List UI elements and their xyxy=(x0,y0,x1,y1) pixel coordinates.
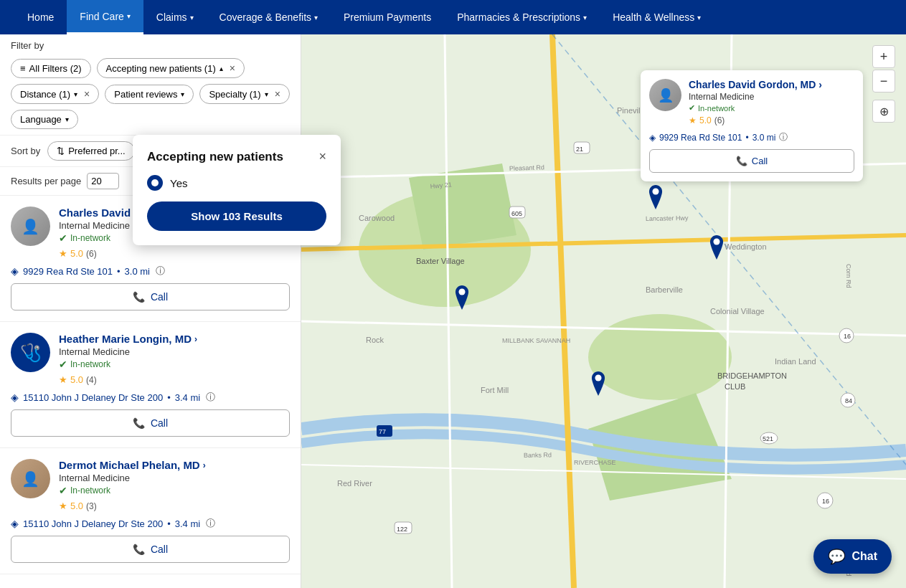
doctor-card-1: 🩺 Heather Marie Longin, MD › Internal Me… xyxy=(0,322,301,448)
svg-text:Corn Rd: Corn Rd xyxy=(845,264,852,288)
star-icon-2: ★ xyxy=(59,501,67,511)
map-popup-network: ✔ In-network xyxy=(689,103,822,113)
filter-accepting[interactable]: Accepting new patients (1) ▴ × xyxy=(97,58,245,78)
info-icon-2[interactable]: ⓘ xyxy=(206,517,215,530)
doctor-header-2: 👤 Dermot Michael Phelan, MD › Internal M… xyxy=(11,459,290,511)
distance-close[interactable]: × xyxy=(84,88,90,100)
svg-text:MILLBANK SAVANNAH: MILLBANK SAVANNAH xyxy=(502,337,570,344)
doctor-network-1: ✔ In-network xyxy=(59,359,290,370)
doctor-rating-2: ★ 5.0 (3) xyxy=(59,501,290,511)
svg-text:Weddington: Weddington xyxy=(725,242,767,251)
nav-claims-label: Claims xyxy=(156,11,187,23)
address-dot-1: • xyxy=(167,392,171,403)
filter-bar: Filter by ≡ All Filters (2) Accepting ne… xyxy=(0,34,301,136)
filter-language[interactable]: Language ▾ xyxy=(11,110,78,129)
filter-specialty[interactable]: Specialty (1) ▾ × xyxy=(199,84,289,104)
map-popup-distance: 3.0 mi xyxy=(752,133,776,143)
modal-close-button[interactable]: × xyxy=(318,149,326,164)
map-popup-call-button[interactable]: 📞 Call xyxy=(649,149,854,173)
map-popup-doctor-name[interactable]: Charles David Gordon, MD › xyxy=(689,79,822,90)
doctor-specialty-1: Internal Medicine xyxy=(59,346,290,357)
phone-icon-0: 📞 xyxy=(133,291,145,303)
radio-yes[interactable] xyxy=(147,175,163,191)
sort-icon: ⇅ xyxy=(57,146,65,156)
language-label: Language xyxy=(20,114,62,125)
nav-claims[interactable]: Claims ▾ xyxy=(143,0,207,34)
map-popup: 👤 Charles David Gordon, MD › Internal Me… xyxy=(641,70,863,181)
doctor-address-1: ◈ 15110 John J Delaney Dr Ste 200 • 3.4 … xyxy=(11,391,290,404)
diamond-icon-0: ◈ xyxy=(11,265,19,277)
svg-text:Red River: Red River xyxy=(337,479,372,488)
sort-button[interactable]: ⇅ Preferred pr... xyxy=(47,141,134,161)
locate-button[interactable]: ⊕ xyxy=(872,100,895,123)
radio-inner-yes xyxy=(151,179,159,186)
filter-all-filters[interactable]: ≡ All Filters (2) xyxy=(11,59,91,78)
nav-find-care[interactable]: Find Care ▾ xyxy=(67,0,143,34)
network-check-1: ✔ xyxy=(59,359,67,370)
nav-home[interactable]: Home xyxy=(14,0,67,34)
svg-text:Carowood: Carowood xyxy=(359,214,395,222)
map-popup-phone-icon: 📞 xyxy=(736,156,747,166)
doctor-card-2: 👤 Dermot Michael Phelan, MD › Internal M… xyxy=(0,448,301,574)
svg-text:Barberville: Barberville xyxy=(646,285,683,294)
doctor-name-arrow-1: › xyxy=(194,334,197,344)
nav-premium[interactable]: Premium Payments xyxy=(331,0,444,34)
map-pin-4[interactable] xyxy=(588,371,608,396)
zoom-in-button[interactable]: + xyxy=(872,45,895,68)
svg-text:Lancaster Hwy: Lancaster Hwy xyxy=(646,214,689,222)
map-popup-header: 👤 Charles David Gordon, MD › Internal Me… xyxy=(649,79,854,125)
address-text-0: 9929 Rea Rd Ste 101 xyxy=(23,266,113,277)
nav-premium-label: Premium Payments xyxy=(344,11,431,23)
modal-title: Accepting new patients xyxy=(147,150,283,164)
modal-yes-label: Yes xyxy=(170,177,187,189)
all-filters-label: All Filters (2) xyxy=(29,63,82,74)
doctor-name-1[interactable]: Heather Marie Longin, MD › xyxy=(59,333,290,345)
doctor-name-text-2: Dermot Michael Phelan, MD xyxy=(59,459,200,471)
svg-text:122: 122 xyxy=(397,526,407,533)
distance-text-2: 3.4 mi xyxy=(175,518,200,529)
nav-pharmacies[interactable]: Pharmacies & Prescriptions ▾ xyxy=(444,0,600,34)
results-per-page-input[interactable] xyxy=(87,173,119,189)
network-label-0: In-network xyxy=(70,233,110,243)
doctor-photo-2: 👤 xyxy=(11,459,50,498)
stethoscope-icon-1: 🩺 xyxy=(20,343,42,363)
filter-reviews[interactable]: Patient reviews ▾ xyxy=(105,85,194,104)
svg-text:16: 16 xyxy=(844,333,851,340)
doctor-info-2: Dermot Michael Phelan, MD › Internal Med… xyxy=(59,459,290,511)
accepting-chevron: ▴ xyxy=(220,65,223,72)
svg-text:Colonial Village: Colonial Village xyxy=(710,307,765,316)
call-button-2[interactable]: 📞 Call xyxy=(11,536,290,563)
nav-coverage-label: Coverage & Benefits xyxy=(220,11,311,23)
doctor-specialty-2: Internal Medicine xyxy=(59,473,290,483)
specialty-close[interactable]: × xyxy=(275,88,280,100)
nav-coverage-chevron: ▾ xyxy=(314,14,318,22)
nav-coverage[interactable]: Coverage & Benefits ▾ xyxy=(207,0,331,34)
nav-pharmacies-label: Pharmacies & Prescriptions xyxy=(457,11,580,23)
svg-text:Pleasant Rd: Pleasant Rd xyxy=(509,163,544,172)
map-pin-2[interactable] xyxy=(707,235,727,260)
map-popup-info-icon[interactable]: ⓘ xyxy=(779,131,788,143)
info-icon-1[interactable]: ⓘ xyxy=(206,391,215,404)
filter-distance[interactable]: Distance (1) ▾ × xyxy=(11,84,99,104)
map-pin-3[interactable] xyxy=(452,285,472,310)
nav-health[interactable]: Health & Wellness ▾ xyxy=(600,0,714,34)
map-area[interactable]: Pineville Carowood Rock Baxter Village W… xyxy=(301,34,906,588)
call-label-0: Call xyxy=(151,291,168,303)
star-icon-0: ★ xyxy=(59,248,67,259)
svg-text:RIVERCHASE: RIVERCHASE xyxy=(574,459,616,466)
svg-text:Banks Rd: Banks Rd xyxy=(524,451,552,459)
svg-text:CLUB: CLUB xyxy=(725,382,745,391)
chat-button[interactable]: 💬 Chat xyxy=(813,539,892,574)
doctor-name-2[interactable]: Dermot Michael Phelan, MD › xyxy=(59,459,290,471)
map-popup-dot: • xyxy=(745,133,748,143)
accepting-close[interactable]: × xyxy=(230,62,235,74)
call-button-1[interactable]: 📞 Call xyxy=(11,409,290,437)
zoom-out-button[interactable]: − xyxy=(872,70,895,93)
call-button-0[interactable]: 📞 Call xyxy=(11,283,290,310)
reviews-chevron: ▾ xyxy=(181,90,184,98)
modal-option-yes[interactable]: Yes xyxy=(147,175,326,191)
modal-submit-button[interactable]: Show 103 Results xyxy=(147,201,326,231)
doctor-photo-0: 👤 xyxy=(11,207,50,246)
map-pin-1[interactable] xyxy=(646,185,666,209)
info-icon-0[interactable]: ⓘ xyxy=(156,265,165,278)
